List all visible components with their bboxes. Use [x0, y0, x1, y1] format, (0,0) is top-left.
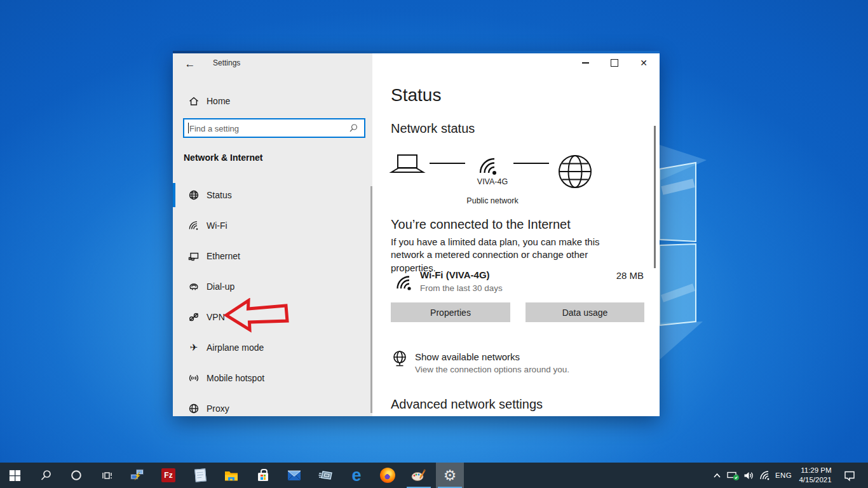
globe-icon [559, 156, 591, 187]
sidebar-item-label: Dial-up [207, 281, 234, 292]
home-icon [188, 95, 200, 107]
cortana-button[interactable] [62, 463, 90, 488]
search-icon [40, 470, 52, 482]
safely-remove-hardware-icon [727, 470, 740, 481]
gear-icon: ⚙ [444, 468, 457, 483]
notepad-button[interactable] [186, 463, 214, 488]
tray-time: 11:29 PM [799, 466, 831, 475]
sidebar-item-label: Ethernet [207, 251, 240, 261]
adapter-name: Wi-Fi (VIVA-4G) [420, 269, 490, 280]
paint-icon [411, 468, 426, 483]
maximize-icon [611, 59, 618, 67]
clock-tray[interactable]: 11:29 PM 4/15/2021 [796, 463, 835, 488]
sidebar-item-dialup[interactable]: Dial-up [173, 274, 371, 299]
sidebar-item-mobile-hotspot[interactable]: Mobile hotspot [173, 366, 371, 390]
chevron-up-icon [712, 471, 722, 480]
sidebar-item-wifi[interactable]: Wi-Fi [173, 214, 371, 238]
network-status-heading: Network status [391, 121, 475, 136]
tray-date: 4/15/2021 [799, 475, 831, 485]
firefox-icon [380, 468, 395, 483]
language-indicator[interactable]: ENG [773, 463, 794, 488]
wifi-icon [759, 470, 771, 482]
mail-button[interactable] [280, 463, 308, 488]
file-explorer-icon [224, 470, 238, 482]
vpn-icon [188, 311, 200, 323]
adapter-period: From the last 30 days [420, 283, 503, 293]
settings-window: ← Settings ✕ Home Network & Internet Sta… [173, 51, 660, 416]
sidebar-item-vpn[interactable]: VPN [173, 305, 371, 329]
wifi-icon [393, 272, 414, 294]
airplane-icon: ✈ [188, 342, 200, 353]
ethernet-icon [188, 250, 200, 262]
sidebar-item-ethernet[interactable]: Ethernet [173, 244, 371, 268]
window-speed-icon [318, 469, 333, 482]
edge-button[interactable]: e [342, 463, 370, 488]
sidebar-item-home[interactable]: Home [173, 89, 371, 113]
mobile-hotspot-icon [188, 372, 200, 384]
close-button[interactable]: ✕ [629, 53, 658, 72]
taskbar: Fz [0, 463, 868, 488]
properties-button-label: Properties [430, 308, 471, 318]
filezilla-button[interactable]: Fz [154, 463, 182, 488]
data-usage-button[interactable]: Data usage [526, 302, 644, 322]
sidebar-item-label: Wi-Fi [207, 220, 227, 231]
sidebar-item-proxy[interactable]: Proxy [173, 396, 371, 421]
task-view-button[interactable] [93, 463, 121, 488]
connected-description: If you have a limited data plan, you can… [391, 236, 635, 274]
available-networks-icon[interactable] [391, 350, 409, 368]
show-available-networks-link[interactable]: Show available networks [415, 351, 520, 362]
close-icon: ✕ [640, 58, 648, 67]
network-type-label: Public network [442, 196, 543, 205]
data-usage-button-label: Data usage [562, 308, 608, 318]
wifi-icon [188, 220, 200, 231]
wifi-tray[interactable] [756, 463, 773, 488]
windows-logo-icon [9, 470, 21, 482]
search-box[interactable] [183, 118, 365, 138]
paint-button[interactable] [405, 463, 433, 488]
search-input[interactable] [188, 121, 343, 137]
data-usage-value: 28 MB [616, 270, 644, 281]
content-scrollbar[interactable] [654, 126, 656, 268]
show-available-networks-subtitle: View the connection options around you. [415, 365, 569, 374]
action-center-button[interactable] [840, 463, 859, 488]
file-explorer-button[interactable] [217, 463, 245, 488]
settings-taskbar-button[interactable]: ⚙ [436, 463, 464, 488]
network-name-label: VIVA-4G [442, 177, 543, 186]
taskbar-search-button[interactable] [32, 463, 60, 488]
firefox-button[interactable] [374, 463, 402, 488]
window-title: Settings [213, 58, 240, 67]
maximize-button[interactable] [600, 53, 629, 72]
sidebar-item-label: Airplane mode [207, 342, 264, 353]
task-view-icon [101, 470, 113, 482]
run-app-button[interactable] [311, 463, 339, 488]
connected-heading: You’re connected to the Internet [391, 217, 571, 232]
start-button[interactable] [1, 463, 29, 488]
page-title: Status [391, 85, 441, 105]
pc-connection-icon [130, 469, 144, 482]
search-icon [348, 123, 358, 133]
microsoft-store-icon [258, 473, 268, 481]
action-center-icon [843, 469, 856, 482]
language-code: ENG [775, 471, 792, 479]
sidebar-item-label: Proxy [207, 403, 229, 414]
tray-overflow-chevron[interactable] [710, 463, 724, 488]
volume-tray[interactable] [740, 463, 757, 488]
sidebar-section-header: Network & Internet [184, 152, 262, 163]
sidebar-item-airplane-mode[interactable]: ✈ Airplane mode [173, 336, 371, 360]
network-connection-app-button[interactable] [123, 463, 151, 488]
wifi-icon [480, 159, 496, 175]
minimize-icon [582, 62, 589, 64]
speaker-icon [743, 470, 755, 482]
globe-icon [188, 403, 200, 414]
sidebar-item-label: Status [207, 190, 232, 200]
safely-remove-hardware-tray[interactable] [725, 463, 742, 488]
properties-button[interactable]: Properties [391, 302, 510, 322]
sidebar-item-label: VPN [207, 312, 225, 322]
sidebar-scrollbar[interactable] [370, 186, 372, 413]
mail-icon [287, 470, 301, 481]
microsoft-store-button[interactable] [249, 463, 277, 488]
back-button[interactable]: ← [179, 56, 201, 72]
advanced-settings-heading: Advanced network settings [391, 397, 543, 412]
sidebar-item-status[interactable]: Status [173, 183, 371, 207]
minimize-button[interactable] [571, 53, 600, 72]
